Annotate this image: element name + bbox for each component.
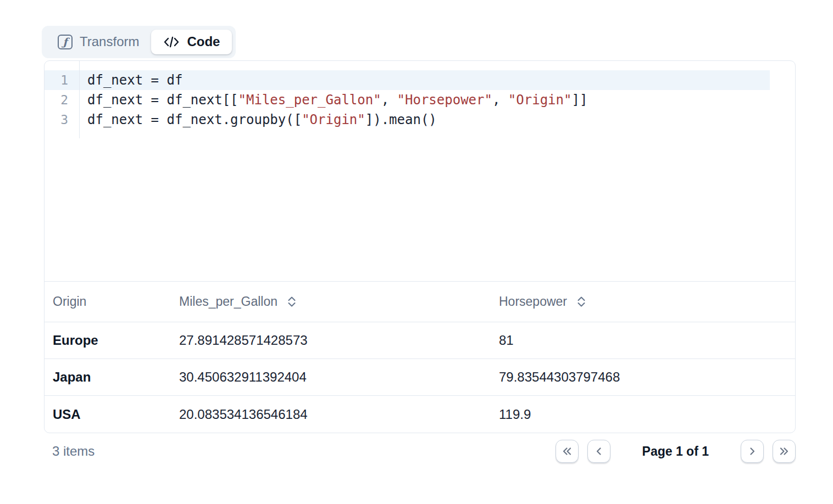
items-count: 3 items bbox=[44, 444, 95, 459]
chevron-left-icon bbox=[593, 446, 604, 456]
code-line-2[interactable]: 2 df_next = df_next[["Miles_per_Gallon",… bbox=[45, 90, 770, 110]
column-header-miles-per-gallon[interactable]: Miles_per_Gallon bbox=[179, 294, 499, 309]
table-row: USA 20.083534136546184 119.9 bbox=[45, 396, 795, 433]
table-header-row: Origin Miles_per_Gallon Horsepower bbox=[45, 282, 795, 322]
pagination-controls: Page 1 of 1 bbox=[556, 440, 796, 463]
cell-horsepower: 81 bbox=[499, 333, 795, 348]
sort-icon[interactable] bbox=[575, 295, 587, 308]
column-header-origin: Origin bbox=[53, 294, 179, 309]
tab-transform-label: Transform bbox=[80, 34, 139, 50]
code-editor[interactable]: 1 df_next = df 2 df_next = df_next[["Mil… bbox=[45, 61, 795, 282]
cell-origin: Europe bbox=[53, 333, 179, 348]
function-icon: ƒ bbox=[58, 35, 73, 49]
line-number: 1 bbox=[45, 70, 79, 90]
code-line-1[interactable]: 1 df_next = df bbox=[45, 70, 770, 90]
last-page-button[interactable] bbox=[773, 440, 796, 463]
cell-origin: USA bbox=[53, 407, 179, 422]
tab-code-label: Code bbox=[187, 34, 220, 50]
cell-miles-per-gallon: 20.083534136546184 bbox=[179, 407, 499, 422]
chevrons-left-icon bbox=[562, 446, 573, 456]
code-and-result-panel: 1 df_next = df 2 df_next = df_next[["Mil… bbox=[44, 60, 796, 433]
next-page-button[interactable] bbox=[741, 440, 764, 463]
tab-transform[interactable]: ƒ Transform bbox=[46, 30, 151, 54]
sort-icon[interactable] bbox=[286, 295, 298, 308]
chevrons-right-icon bbox=[779, 446, 790, 456]
cell-origin: Japan bbox=[53, 369, 179, 385]
code-line-3[interactable]: 3 df_next = df_next.groupby(["Origin"]).… bbox=[45, 110, 770, 130]
table-row: Japan 30.450632911392404 79.835443037974… bbox=[45, 359, 795, 396]
page-indicator: Page 1 of 1 bbox=[642, 444, 709, 459]
cell-horsepower: 119.9 bbox=[499, 407, 795, 422]
cell-miles-per-gallon: 30.450632911392404 bbox=[179, 369, 499, 385]
column-header-horsepower[interactable]: Horsepower bbox=[499, 294, 795, 309]
first-page-button[interactable] bbox=[556, 440, 579, 463]
table-footer: 3 items Page 1 of 1 bbox=[44, 440, 796, 463]
code-line-content: df_next = df_next.groupby(["Origin"]).me… bbox=[79, 110, 770, 130]
view-mode-tabbar: ƒ Transform Code bbox=[42, 26, 236, 58]
previous-page-button[interactable] bbox=[587, 440, 610, 463]
line-number: 3 bbox=[45, 110, 79, 130]
cell-horsepower: 79.83544303797468 bbox=[499, 369, 795, 385]
cell-miles-per-gallon: 27.891428571428573 bbox=[179, 333, 499, 348]
code-icon bbox=[163, 35, 180, 49]
chevron-right-icon bbox=[747, 446, 758, 456]
code-line-content: df_next = df_next[["Miles_per_Gallon", "… bbox=[79, 90, 770, 110]
table-row: Europe 27.891428571428573 81 bbox=[45, 322, 795, 359]
line-number: 2 bbox=[45, 90, 79, 110]
tab-code[interactable]: Code bbox=[151, 30, 232, 54]
gutter-divider bbox=[79, 61, 80, 138]
code-line-content: df_next = df bbox=[79, 70, 770, 90]
